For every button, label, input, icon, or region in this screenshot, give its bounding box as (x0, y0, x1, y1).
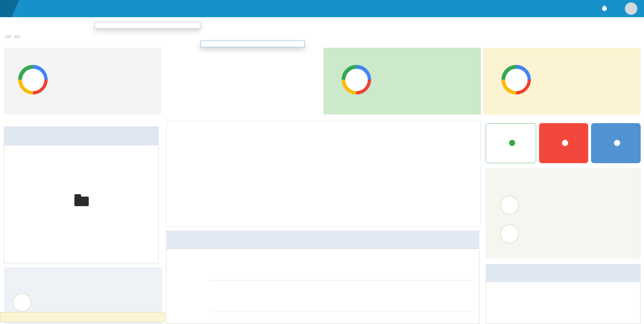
row-value (532, 198, 534, 207)
accounts-submenu (200, 41, 305, 47)
link-preview-statusbar (0, 312, 165, 322)
fiscal-year-badge[interactable] (14, 35, 21, 38)
links-panel (486, 264, 641, 324)
add-bill-button[interactable] (591, 123, 641, 163)
card-value (56, 78, 58, 92)
transactions-header (166, 230, 479, 249)
scope-badge[interactable] (5, 35, 11, 38)
arrow-up-icon (345, 69, 368, 91)
panel-header (4, 126, 159, 146)
plus-icon (614, 140, 620, 146)
cash-and-bank-panel (486, 168, 641, 259)
configuration-dropdown (94, 22, 200, 29)
hidden-card (164, 48, 321, 115)
arrow-up-icon (500, 224, 519, 243)
folder-icon (74, 197, 89, 206)
quick-actions (486, 123, 641, 163)
net-profit-margin-card (323, 48, 481, 115)
plus-icon (509, 140, 515, 146)
gauge-icon (501, 65, 531, 94)
add-account-button[interactable] (486, 123, 536, 163)
panel-body (4, 146, 159, 263)
add-voucher-button[interactable] (539, 123, 589, 163)
account-stats-card (166, 121, 481, 227)
row-value (532, 226, 534, 236)
card-value (541, 78, 543, 92)
plus-icon (562, 140, 568, 146)
arrow-up-icon (12, 293, 31, 312)
gauge-icon (342, 65, 371, 94)
top-navbar (0, 0, 644, 17)
transaction-chart-card (166, 249, 479, 324)
links-list (486, 282, 641, 324)
total-income-card (4, 48, 161, 115)
cash-on-hand-card (483, 48, 641, 115)
app-screen (0, 0, 644, 324)
navbar-right (575, 2, 644, 15)
brand-logo[interactable] (0, 0, 19, 17)
arrow-down-icon (22, 69, 44, 91)
gridline (210, 312, 473, 312)
arrow-up-icon (505, 69, 528, 91)
panel-header (486, 264, 641, 282)
business-health-panel (4, 126, 159, 263)
arrow-up-icon (500, 196, 519, 215)
droplet-icon[interactable] (601, 5, 608, 12)
card-value (382, 78, 383, 92)
gridline (210, 280, 473, 281)
gauge-icon (18, 65, 48, 94)
user-avatar[interactable] (625, 2, 637, 15)
cash-in-hand-row (500, 224, 534, 243)
page-badges (5, 35, 21, 38)
cash-at-bank-row (500, 196, 534, 215)
